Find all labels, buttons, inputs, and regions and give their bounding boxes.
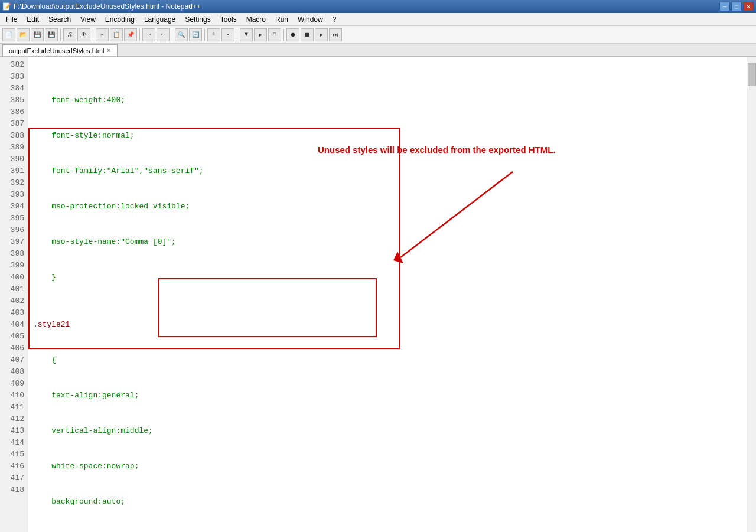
close-button[interactable]: ✕ [743,2,754,11]
menu-macro[interactable]: Macro [242,13,271,25]
line-num: 395 [4,213,24,224]
open-button[interactable]: 📂 [17,28,30,41]
copy-button[interactable]: 📋 [110,28,123,41]
menu-settings[interactable]: Settings [180,13,215,25]
line-num: 394 [4,201,24,213]
tab-main-file[interactable]: outputExcludeUnusedStyles.html ✕ [2,44,118,56]
toolbar-separator-2 [93,29,93,41]
fold-button[interactable]: ▼ [240,28,253,41]
save-button[interactable]: 💾 [31,28,44,41]
paste-button[interactable]: 📌 [124,28,137,41]
code-line-392: white-space:nowrap; [33,461,742,472]
toolbar-separator-6 [237,29,237,41]
replace-button[interactable]: 🔄 [189,28,202,41]
tab-close-button[interactable]: ✕ [106,47,111,54]
scroll-thumb[interactable] [748,63,756,86]
line-num: 415 [4,449,24,461]
toolbar: 📄 📂 💾 💾 🖨 👁 ✂ 📋 📌 ↩ ↪ 🔍 🔄 + - ▼ ▶ ≡ ⏺ ⏹ … [0,26,756,44]
line-num: 406 [4,342,24,354]
line-num: 396 [4,224,24,236]
titlebar-left: 📝 F:\Download\outputExcludeUnusedStyles.… [2,2,201,11]
menu-window[interactable]: Window [293,13,328,25]
code-container: 382 383 384 385 386 387 388 389 390 391 … [0,57,756,532]
line-num: 398 [4,248,24,260]
toolbar-separator-1 [60,29,61,41]
macro-stop-button[interactable]: ⏹ [301,28,314,41]
menu-file[interactable]: File [1,13,22,25]
line-num: 384 [4,83,24,94]
redo-button[interactable]: ↪ [157,28,170,41]
code-editor[interactable]: font-weight:400; font-style:normal; font… [28,57,747,532]
menubar: File Edit Search View Encoding Language … [0,13,756,26]
minimize-button[interactable]: ─ [719,2,730,11]
line-num: 402 [4,295,24,307]
save-all-button[interactable]: 💾 [45,28,58,41]
line-num: 389 [4,142,24,154]
zoom-in-button[interactable]: + [207,28,220,41]
titlebar: 📝 F:\Download\outputExcludeUnusedStyles.… [0,0,756,13]
menu-edit[interactable]: Edit [22,13,44,25]
code-line-387: } [33,272,742,283]
annotation-text: Unused styles will be excluded from the … [318,144,556,156]
menu-search[interactable]: Search [44,13,76,25]
line-num: 391 [4,165,24,177]
line-num: 392 [4,177,24,189]
find-button[interactable]: 🔍 [175,28,188,41]
code-line-389: { [33,354,742,366]
menu-run[interactable]: Run [271,13,293,25]
code-line-384: font-family:"Arial","sans-serif"; [33,165,742,177]
line-num: 404 [4,319,24,331]
toolbar-separator-7 [284,29,284,41]
code-line-388: .style21 [33,319,742,331]
line-num: 386 [4,106,24,118]
menu-tools[interactable]: Tools [216,13,242,25]
toolbar-separator-3 [139,29,140,41]
macro-play-button[interactable]: ▶ [315,28,328,41]
macro-record-button[interactable]: ⏺ [286,28,299,41]
vertical-scrollbar[interactable] [747,57,756,532]
unfold-button[interactable]: ▶ [254,28,267,41]
line-num: 393 [4,189,24,201]
undo-button[interactable]: ↩ [142,28,155,41]
line-num: 407 [4,354,24,366]
line-num: 390 [4,154,24,165]
code-line-391: vertical-align:middle; [33,425,742,437]
zoom-out-button[interactable]: - [221,28,234,41]
line-num: 418 [4,484,24,496]
line-num: 383 [4,71,24,83]
code-line-385: mso-protection:locked visible; [33,201,742,213]
line-num: 401 [4,283,24,295]
menu-help[interactable]: ? [328,13,341,25]
fold-all-button[interactable]: ≡ [268,28,281,41]
line-num: 412 [4,413,24,425]
menu-encoding[interactable]: Encoding [100,13,139,25]
titlebar-text: F:\Download\outputExcludeUnusedStyles.ht… [14,2,201,11]
code-line-386: mso-style-name:"Comma [0]"; [33,236,742,248]
code-line-390: text-align:general; [33,390,742,402]
print-button[interactable]: 🖨 [63,28,76,41]
toolbar-separator-5 [204,29,205,41]
code-line-382: font-weight:400; [33,94,742,106]
line-num: 410 [4,390,24,402]
menu-view[interactable]: View [76,13,100,25]
maximize-button[interactable]: □ [731,2,742,11]
line-num: 399 [4,260,24,272]
macro-run-button[interactable]: ⏭ [329,28,342,41]
new-button[interactable]: 📄 [2,28,15,41]
line-num: 411 [4,402,24,413]
tabbar: outputExcludeUnusedStyles.html ✕ [0,44,756,57]
line-num: 413 [4,425,24,437]
code-line-393: background:auto; [33,496,742,508]
line-num: 400 [4,272,24,283]
print-preview-button[interactable]: 👁 [77,28,90,41]
line-num: 397 [4,236,24,248]
line-num: 403 [4,307,24,319]
code-line-383: font-style:normal; [33,130,742,142]
line-num: 385 [4,94,24,106]
line-num: 417 [4,472,24,484]
menu-language[interactable]: Language [139,13,180,25]
tab-label: outputExcludeUnusedStyles.html [9,47,104,54]
cut-button[interactable]: ✂ [96,28,109,41]
svg-marker-1 [393,252,403,263]
line-num: 414 [4,437,24,449]
